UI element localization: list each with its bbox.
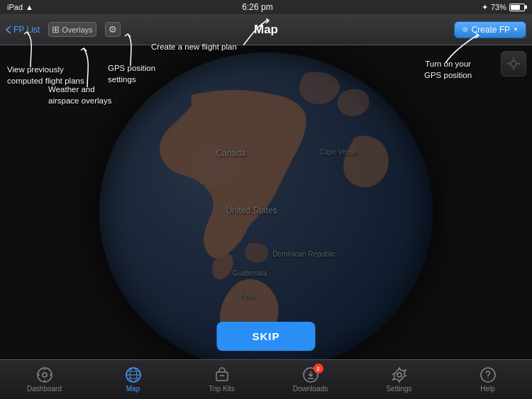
- map-icon: [125, 366, 142, 383]
- status-bar: iPad ▲ 6:26 pm ✦ 73%: [0, 0, 532, 14]
- tab-settings-label: Settings: [386, 385, 411, 393]
- tab-tripkits-label: Trip Kits: [209, 385, 234, 393]
- svg-point-6: [43, 373, 47, 377]
- nav-bar: FP List ⊞ Overlays ⚙ Map ⊕ Create FP ▼: [0, 14, 532, 45]
- dominican-label: Dominican Republic: [272, 250, 336, 258]
- help-icon: [480, 366, 497, 383]
- tab-map[interactable]: Map: [89, 366, 177, 393]
- tab-downloads[interactable]: 2 Downloads: [266, 366, 355, 393]
- battery-percent: 73%: [491, 3, 506, 11]
- skip-button[interactable]: SKIP: [216, 322, 315, 351]
- bluetooth-icon: ✦: [482, 3, 488, 12]
- svg-rect-12: [216, 372, 228, 381]
- tab-settings[interactable]: Settings: [355, 366, 443, 393]
- gps-button[interactable]: [501, 51, 526, 77]
- tripkits-icon: [214, 366, 231, 383]
- usa-label: United States: [226, 206, 277, 215]
- tab-dashboard-label: Dashboard: [27, 385, 62, 393]
- overlays-label: Overlays: [62, 26, 92, 34]
- canada-label: Canada: [216, 148, 246, 158]
- status-left: iPad ▲: [7, 3, 33, 11]
- guatemala-label: Guatemala: [233, 269, 267, 277]
- tab-help-label: Help: [480, 385, 495, 393]
- tab-tripkits[interactable]: Trip Kits: [177, 366, 266, 393]
- svg-point-0: [511, 61, 516, 67]
- carrier-label: iPad: [7, 3, 23, 11]
- settings-button[interactable]: ⚙: [105, 22, 121, 37]
- overlays-button[interactable]: ⊞ Overlays: [48, 22, 96, 37]
- annotation-view-fp: View previouslycomputed flight plans: [7, 64, 84, 86]
- dropdown-arrow-icon: ▼: [513, 26, 519, 33]
- downloads-badge: 2: [314, 364, 323, 373]
- clock: 6:26 pm: [242, 2, 272, 12]
- peru-label: Peru: [239, 292, 254, 300]
- page-title: Map: [254, 23, 278, 37]
- tab-help[interactable]: Help: [443, 366, 532, 393]
- fp-list-label: FP List: [13, 25, 40, 35]
- wifi-icon: ▲: [26, 3, 33, 11]
- create-fp-button[interactable]: ⊕ Create FP ▼: [454, 21, 526, 38]
- create-fp-label: Create FP: [471, 25, 510, 35]
- capeverde-label: Cape Verde: [319, 148, 357, 156]
- annotation-view-fp-text: View previouslycomputed flight plans: [7, 64, 84, 86]
- tab-bar: Dashboard Map Trip Kits: [0, 359, 532, 399]
- svg-point-16: [397, 373, 401, 377]
- battery-icon: [509, 4, 525, 11]
- dashboard-icon: [36, 366, 53, 383]
- tab-map-label: Map: [126, 385, 140, 393]
- downloads-icon: 2: [302, 366, 319, 383]
- svg-point-18: [487, 378, 489, 379]
- fp-list-button[interactable]: FP List: [6, 25, 40, 35]
- settings-icon: [391, 366, 408, 383]
- nav-left: FP List ⊞ Overlays ⚙: [6, 22, 121, 37]
- status-right: ✦ 73%: [482, 3, 525, 12]
- tab-downloads-label: Downloads: [293, 385, 328, 393]
- tab-dashboard[interactable]: Dashboard: [0, 366, 89, 393]
